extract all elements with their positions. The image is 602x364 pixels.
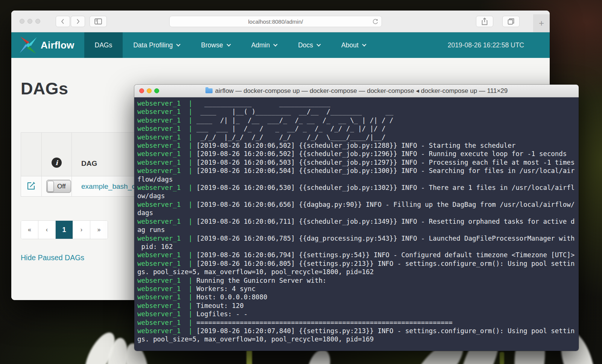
nav-item-about[interactable]: About: [331, 32, 376, 58]
flower-stem: [246, 350, 252, 364]
nav-item-label: Admin: [251, 41, 270, 49]
nav-item-label: About: [341, 41, 359, 49]
nav-item-browse[interactable]: Browse: [190, 32, 240, 58]
url-text: localhost:8080/admin/: [248, 18, 303, 25]
new-tab-button[interactable]: +: [533, 14, 550, 32]
edit-dag-icon[interactable]: [27, 181, 36, 190]
toggle-label: Off: [57, 183, 65, 190]
nav-item-docs[interactable]: Docs: [287, 32, 331, 58]
terminal-line: webserver_1 | Logfiles: - -: [137, 310, 579, 318]
close-window-icon[interactable]: [139, 88, 144, 93]
window-controls[interactable]: [20, 19, 40, 24]
share-button[interactable]: [476, 16, 493, 27]
terminal-line: webserver_1 | Host: 0.0.0.0:8080: [137, 293, 579, 301]
zoom-window-icon[interactable]: [35, 19, 40, 24]
terminal-line: webserver_1 | Timeout: 120: [137, 302, 579, 310]
close-window-icon[interactable]: [20, 19, 24, 24]
terminal-line: webserver_1 | _/_/ |_/_/ /_/ /_/ /_/ \__…: [137, 133, 579, 141]
brand-name: Airflow: [41, 39, 74, 51]
pagination-item[interactable]: »: [90, 221, 108, 239]
airflow-brand[interactable]: Airflow: [19, 36, 74, 55]
terminal-title-text: airflow — docker-compose up — docker-com…: [215, 87, 508, 95]
terminal-line: webserver_1 | [2019-08-26 16:20:06,502] …: [137, 141, 579, 150]
terminal-line: webserver_1 | ____ |__( )_________ __/__…: [137, 108, 579, 116]
terminal-titlebar[interactable]: airflow — docker-compose up — docker-com…: [134, 85, 579, 97]
edit-cell: [21, 176, 42, 197]
terminal-line: gs. pool_size=5, max_overflow=10, pool_r…: [137, 335, 579, 343]
refresh-icon[interactable]: [372, 18, 379, 26]
terminal-line: webserver_1 | Running the Gunicorn Serve…: [137, 276, 579, 285]
info-icon: i: [52, 158, 62, 168]
page-title: DAGs: [21, 79, 68, 99]
flower-stem: [500, 352, 504, 364]
terminal-line: webserver_1 | [2019-08-26 16:20:06,785] …: [137, 234, 579, 243]
share-icon: [482, 18, 488, 25]
nav-item-label: Data Profiling: [133, 41, 173, 49]
pagination-current-page[interactable]: 1: [56, 221, 73, 239]
back-button[interactable]: [56, 16, 70, 27]
dag-pause-toggle[interactable]: Off: [46, 180, 71, 193]
pagination-item[interactable]: ‹: [38, 221, 56, 239]
terminal-line: ag runs: [137, 226, 579, 234]
toggle-cell: Off: [42, 176, 72, 197]
utc-clock: 2019-08-26 16:22:58 UTC: [448, 41, 524, 49]
terminal-line: webserver_1 | [2019-08-26 16:20:07,840] …: [137, 327, 579, 335]
terminal-body[interactable]: webserver_1 | ____________ _____________…: [134, 97, 579, 351]
terminal-line: webserver_1 | [2019-08-26 16:20:06,502] …: [137, 150, 579, 158]
terminal-line: webserver_1 | [2019-08-26 16:20:06,794] …: [137, 251, 579, 259]
terminal-line: pid: 162: [137, 243, 579, 251]
terminal-line: flow/dags: [137, 175, 579, 184]
terminal-line: webserver_1 | ____________ _____________: [137, 99, 579, 108]
terminal-line: webserver_1 | [2019-08-26 16:20:06,711] …: [137, 217, 579, 226]
terminal-line: gs. pool_size=5, max_overflow=10, pool_r…: [137, 268, 579, 276]
nav-item-label: Browse: [201, 41, 223, 49]
nav-item-admin[interactable]: Admin: [241, 32, 288, 58]
minimize-window-icon[interactable]: [27, 19, 32, 24]
minimize-window-icon[interactable]: [147, 88, 152, 93]
pagination-item[interactable]: «: [21, 221, 38, 239]
chevron-down-icon: [176, 42, 181, 46]
airflow-logo-icon: [19, 36, 38, 55]
edit-column-header: [21, 133, 42, 176]
terminal-line: ow/dags: [137, 192, 579, 200]
tabs-icon: [508, 18, 514, 25]
chevron-down-icon: [316, 42, 321, 46]
terminal-line: webserver_1 | [2019-08-26 16:20:06,503] …: [137, 158, 579, 167]
terminal-window: airflow — docker-compose up — docker-com…: [134, 85, 579, 351]
terminal-line: dags: [137, 209, 579, 217]
hide-paused-dags-link[interactable]: Hide Paused DAGs: [21, 253, 84, 262]
toggle-knob: [47, 181, 54, 192]
terminal-window-controls[interactable]: [139, 88, 159, 93]
nav-item-label: DAGs: [95, 41, 112, 49]
sidebar-toggle-button[interactable]: [90, 16, 107, 27]
terminal-line: webserver_1 | Workers: 4 sync: [137, 285, 579, 293]
navbar-menu: DAGsData ProfilingBrowseAdminDocsAbout: [84, 32, 376, 58]
terminal-line: webserver_1 | [2019-08-26 16:20:06,530] …: [137, 184, 579, 192]
folder-icon: [205, 88, 213, 93]
chevron-down-icon: [274, 42, 278, 46]
zoom-window-icon[interactable]: [154, 88, 159, 93]
terminal-line: webserver_1 | ___ ___ | /_ / _ __/ _ /_ …: [137, 124, 579, 133]
terminal-line: webserver_1 | ____ /| |_ /__ ___/_ /_ __…: [137, 116, 579, 124]
chevron-down-icon: [362, 42, 366, 46]
info-column-header: i: [42, 133, 72, 176]
tabs-overview-button[interactable]: [502, 16, 520, 27]
nav-item-data-profiling[interactable]: Data Profiling: [123, 32, 190, 58]
terminal-line: webserver_1 | [2019-08-26 16:20:06,656] …: [137, 200, 579, 209]
terminal-title: airflow — docker-compose up — docker-com…: [205, 87, 508, 95]
nav-item-label: Docs: [298, 41, 313, 49]
terminal-line: webserver_1 | [2019-08-26 16:20:06,504] …: [137, 167, 579, 175]
terminal-line: webserver_1 | [2019-08-26 16:20:06,805] …: [137, 259, 579, 268]
forward-button[interactable]: [71, 16, 85, 27]
browser-toolbar: localhost:8080/admin/ +: [11, 11, 550, 32]
terminal-line: webserver_1 | ==========================…: [137, 318, 579, 327]
chevron-right-icon: [75, 18, 81, 25]
sidebar-icon: [94, 18, 102, 24]
chevron-down-icon: [227, 42, 231, 46]
airflow-navbar: Airflow DAGsData ProfilingBrowseAdminDoc…: [11, 32, 550, 58]
nav-item-dags[interactable]: DAGs: [84, 32, 123, 58]
chevron-left-icon: [60, 18, 66, 25]
pagination-item[interactable]: ›: [73, 221, 90, 239]
address-bar[interactable]: localhost:8080/admin/: [169, 16, 382, 27]
pagination: «‹1›»: [21, 220, 108, 239]
